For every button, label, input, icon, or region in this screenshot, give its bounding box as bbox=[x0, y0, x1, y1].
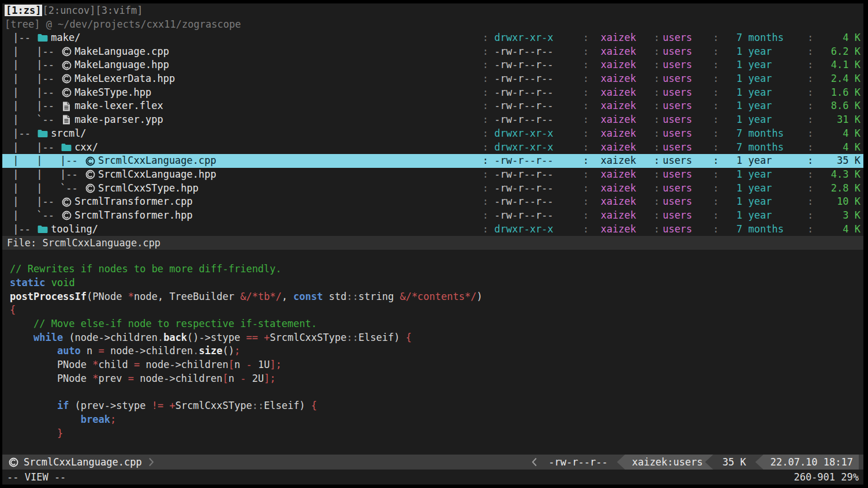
file-owner: xaizek bbox=[601, 31, 636, 45]
cpp-icon bbox=[84, 183, 96, 193]
column-separator: : bbox=[713, 113, 719, 127]
file-permissions: -rw-r--r-- bbox=[494, 72, 553, 86]
file-size: 8.6 K bbox=[819, 99, 860, 113]
file-row[interactable]: | `-- SrcmlTransformer.hpp : -rw-r--r-- … bbox=[2, 209, 863, 223]
file-preview-pane: // Rewrites if nodes to be more diff-fri… bbox=[2, 250, 863, 455]
file-row[interactable]: |-- srcml/ : drwxr-xr-x : xaizek : users… bbox=[2, 127, 863, 141]
column-separator: : bbox=[482, 31, 488, 45]
column-separator: : bbox=[654, 209, 660, 223]
column-separator: : bbox=[583, 182, 589, 196]
column-separator: : bbox=[654, 113, 660, 127]
column-separator: : bbox=[807, 58, 813, 72]
cpp-icon bbox=[84, 170, 96, 179]
column-separator: : bbox=[583, 72, 589, 86]
file-name: MakeLanguage.hpp bbox=[74, 58, 169, 72]
column-separator: : bbox=[482, 72, 488, 86]
column-separator: : bbox=[713, 31, 719, 45]
file-owner: xaizek bbox=[601, 58, 636, 72]
tab-zs[interactable]: [1:zs] bbox=[5, 5, 42, 16]
column-separator: : bbox=[654, 86, 660, 100]
column-separator: : bbox=[807, 195, 813, 209]
file-group: users bbox=[663, 72, 692, 86]
column-separator: : bbox=[654, 195, 660, 209]
tree-branch: | |-- bbox=[7, 58, 60, 72]
code-line: PNode *prev = node->children[n - 2U]; bbox=[10, 372, 863, 386]
file-name: cxx/ bbox=[74, 141, 98, 155]
column-separator: : bbox=[713, 209, 719, 223]
file-row[interactable]: | |-- cxx/ : drwxr-xr-x : xaizek : users… bbox=[2, 141, 863, 155]
file-age: 1 year bbox=[736, 45, 795, 59]
file-row[interactable]: |-- make/ : drwxr-xr-x : xaizek : users … bbox=[2, 31, 863, 45]
column-separator: : bbox=[654, 72, 660, 86]
file-name: MakeLexerData.hpp bbox=[74, 72, 175, 86]
file-owner: xaizek bbox=[601, 182, 636, 196]
column-separator: : bbox=[583, 58, 589, 72]
folder-icon bbox=[60, 143, 73, 152]
file-age: 1 year bbox=[736, 86, 795, 100]
column-separator: : bbox=[713, 223, 719, 237]
column-separator: : bbox=[583, 113, 589, 127]
file-age: 7 months bbox=[736, 127, 795, 141]
tmux-tab-bar: [1:zs][2:uncov][3:vifm] bbox=[2, 3, 863, 17]
statusbar-datetime: 22.07.10 18:17 bbox=[755, 455, 859, 470]
file-row[interactable]: | |-- SrcmlTransformer.cpp : -rw-r--r-- … bbox=[2, 195, 863, 209]
cpp-icon bbox=[7, 457, 20, 467]
column-separator: : bbox=[713, 99, 719, 113]
code-line: if (prev->stype != +SrcmlCxxSType::Elsei… bbox=[10, 399, 863, 413]
file-row[interactable]: | `-- make-parser.ypp : -rw-r--r-- : xai… bbox=[2, 113, 863, 127]
terminal-window: [1:zs][2:uncov][3:vifm] [tree] @ ~/dev/p… bbox=[2, 3, 863, 485]
column-separator: : bbox=[654, 45, 660, 59]
scroll-position: 260-901 29% bbox=[794, 470, 859, 485]
column-separator: : bbox=[654, 182, 660, 196]
tab-uncov[interactable]: [2:uncov] bbox=[42, 5, 95, 16]
file-age: 1 year bbox=[736, 182, 795, 196]
file-age: 1 year bbox=[736, 99, 795, 113]
column-separator: : bbox=[654, 168, 660, 182]
file-size: 4.3 K bbox=[819, 168, 860, 182]
column-separator: : bbox=[807, 113, 813, 127]
file-row[interactable]: | |-- MakeSType.hpp : -rw-r--r-- : xaize… bbox=[2, 86, 863, 100]
tree-branch: | | `-- bbox=[7, 182, 84, 196]
cpp-icon bbox=[60, 88, 73, 97]
tab-vifm[interactable]: [3:vifm] bbox=[96, 5, 143, 16]
tree-branch: | |-- bbox=[7, 86, 60, 100]
file-age: 1 year bbox=[736, 209, 795, 223]
file-age: 7 months bbox=[736, 223, 795, 237]
column-separator: : bbox=[583, 195, 589, 209]
file-permissions: -rw-r--r-- bbox=[494, 182, 553, 196]
cpp-icon bbox=[60, 47, 73, 57]
column-separator: : bbox=[482, 45, 488, 59]
tree-branch: | |-- bbox=[7, 141, 60, 155]
file-row[interactable]: | | |-- SrcmlCxxLanguage.hpp : -rw-r--r-… bbox=[2, 168, 863, 182]
file-age: 1 year bbox=[736, 168, 795, 182]
column-separator: : bbox=[482, 154, 488, 168]
tree-branch: | |-- bbox=[7, 99, 60, 113]
file-row[interactable]: | | `-- SrcmlCxxSType.hpp : -rw-r--r-- :… bbox=[2, 182, 863, 196]
file-row[interactable]: |-- tooling/ : drwxr-xr-x : xaizek : use… bbox=[2, 223, 863, 237]
column-separator: : bbox=[482, 168, 488, 182]
file-owner: xaizek bbox=[601, 154, 636, 168]
file-size: 4.1 K bbox=[819, 58, 860, 72]
file-row[interactable]: | |-- make-lexer.flex : -rw-r--r-- : xai… bbox=[2, 99, 863, 113]
column-separator: : bbox=[482, 195, 488, 209]
file-owner: xaizek bbox=[601, 223, 636, 237]
column-separator: : bbox=[713, 168, 719, 182]
current-path: [tree] @ ~/dev/projects/cxx11/zograscope bbox=[2, 17, 863, 31]
file-owner: xaizek bbox=[601, 86, 636, 100]
file-permissions: drwxr-xr-x bbox=[494, 141, 553, 155]
file-group: users bbox=[663, 86, 692, 100]
file-size: 6.2 K bbox=[819, 45, 860, 59]
file-row[interactable]: | |-- MakeLexerData.hpp : -rw-r--r-- : x… bbox=[2, 72, 863, 86]
file-name: MakeLanguage.cpp bbox=[74, 45, 169, 59]
file-age: 1 year bbox=[736, 154, 795, 168]
file-row[interactable]: | |-- MakeLanguage.cpp : -rw-r--r-- : xa… bbox=[2, 45, 863, 59]
column-separator: : bbox=[654, 99, 660, 113]
column-separator: : bbox=[482, 141, 488, 155]
chevron-left-icon bbox=[532, 457, 537, 467]
file-row[interactable]: | |-- MakeLanguage.hpp : -rw-r--r-- : xa… bbox=[2, 58, 863, 72]
file-size: 2.4 K bbox=[819, 72, 860, 86]
tree-branch: | | |-- bbox=[7, 168, 84, 182]
file-row[interactable]: | | |-- SrcmlCxxLanguage.cpp : -rw-r--r-… bbox=[2, 154, 863, 168]
code-line: // Rewrites if nodes to be more diff-fri… bbox=[10, 262, 863, 276]
column-separator: : bbox=[807, 168, 813, 182]
